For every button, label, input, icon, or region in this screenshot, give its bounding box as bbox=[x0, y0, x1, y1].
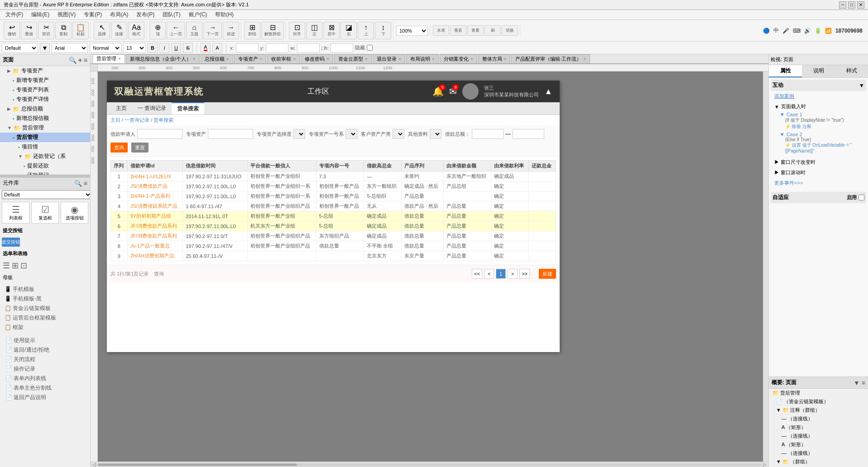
paste-btn[interactable]: 📋粘贴 bbox=[72, 22, 89, 39]
w-input[interactable] bbox=[297, 43, 320, 52]
menu-publish[interactable]: 发布(P) bbox=[133, 10, 158, 19]
tree-item-repay-folder[interactable]: ▼ 📁 还款登记（系 bbox=[0, 152, 90, 161]
align-left-btn[interactable]: ◫左 bbox=[306, 22, 322, 39]
adaptive-enable-checkbox[interactable] bbox=[858, 195, 864, 200]
canvas-area[interactable]: 双融运营框管理系统 工作区 🔔 5 ✉ 8 bbox=[98, 71, 763, 462]
pages-search-icon[interactable]: 🔍 bbox=[69, 57, 77, 64]
mother-ops[interactable]: 📋 运营后台框架模板 bbox=[3, 313, 87, 323]
filter-select-num[interactable] bbox=[345, 129, 357, 139]
message-btn[interactable]: ✉ 8 bbox=[449, 86, 457, 97]
tab-logout[interactable]: 退出登录 × bbox=[373, 54, 405, 63]
filter-input-borrower[interactable] bbox=[137, 129, 182, 139]
cell-id[interactable]: JS/消费借款系统产品 bbox=[127, 201, 183, 211]
tab-change-pwd-close[interactable]: × bbox=[326, 57, 329, 62]
table-inline[interactable]: 📄 表单内列表线 bbox=[4, 374, 86, 383]
prev-btn[interactable]: ←上一页 bbox=[167, 22, 185, 39]
text-style-select[interactable]: Normal bbox=[90, 43, 121, 53]
expand-btn[interactable]: ▲ bbox=[544, 87, 552, 96]
close-process[interactable]: 📄 关闭流程 bbox=[4, 355, 86, 364]
h-input[interactable] bbox=[331, 43, 353, 52]
text-color-btn[interactable]: A bbox=[201, 43, 211, 53]
italic-btn[interactable]: I bbox=[159, 43, 169, 53]
cut-btn[interactable]: ✂剪切 bbox=[38, 22, 54, 39]
tab-new-info[interactable]: 新增总报信息（企业/个人） × bbox=[126, 54, 200, 63]
cell-id[interactable]: Ju-1产品一般量总 bbox=[127, 241, 183, 251]
subnav-query[interactable]: 一 查询记录 bbox=[132, 103, 172, 114]
search-btn[interactable]: 查询 bbox=[110, 143, 128, 152]
tree-item-new-special[interactable]: ▪ 新增专项资产 bbox=[0, 76, 90, 85]
tree-item-post-loan-main[interactable]: ▪ 货后管理 bbox=[0, 133, 90, 142]
zoom-select[interactable]: 100%75%50%125% bbox=[396, 26, 428, 36]
cell-id[interactable]: 2H/4H-1-产品系列 bbox=[127, 191, 183, 201]
align-bottom-btn[interactable]: ↕下 bbox=[375, 22, 391, 39]
page-prev[interactable]: < bbox=[484, 269, 494, 279]
add-new-btn[interactable]: 新建 bbox=[539, 269, 556, 279]
ov-rect-1[interactable]: A （矩形） bbox=[769, 423, 868, 432]
component-radio[interactable]: ◉ 选项按钮 bbox=[61, 202, 88, 224]
home-btn[interactable]: ⌂主题 bbox=[186, 22, 202, 39]
bold-btn[interactable]: B bbox=[148, 43, 158, 53]
overview-filter-icon[interactable]: ▼ bbox=[854, 379, 860, 386]
close-btn[interactable]: ✕ bbox=[857, 1, 864, 9]
interaction-header[interactable]: 互动 ▼ bbox=[771, 80, 866, 91]
cell-id[interactable]: 2H/4H消费初期产品 bbox=[127, 251, 183, 261]
reset-btn[interactable]: 重置 bbox=[131, 143, 149, 152]
tab-total-report-close[interactable]: × bbox=[226, 57, 229, 62]
maximize-btn[interactable]: □ bbox=[848, 1, 855, 9]
menu-view[interactable]: 视图(V) bbox=[54, 10, 79, 19]
event-resize[interactable]: ▶ 窗口尺寸改变时 bbox=[771, 157, 866, 167]
ov-connector-1[interactable]: — （连接线） bbox=[769, 415, 868, 423]
next-btn[interactable]: →下一页 bbox=[203, 22, 222, 39]
add-case-link[interactable]: 添加案例 bbox=[774, 93, 794, 99]
tab-pre-review-close[interactable]: × bbox=[293, 57, 296, 62]
tree-item-special-list[interactable]: ▪ 专项资产列表 bbox=[0, 85, 90, 95]
tree-item-post-loan[interactable]: ▼ 📁 货后管理 bbox=[0, 123, 90, 133]
connect-btn[interactable]: ✎连接 bbox=[111, 22, 127, 39]
tree-item-repay-record[interactable]: ▪ 还款登记 bbox=[0, 171, 90, 175]
tab-overall[interactable]: 整体方局 × bbox=[478, 54, 511, 63]
group-btn[interactable]: ⊞群组 bbox=[244, 22, 260, 39]
ov-connector-2[interactable]: — （连接线） bbox=[769, 432, 868, 440]
menu-help[interactable]: 帮助(H) bbox=[211, 10, 237, 19]
component-menu-icon[interactable]: ≡ bbox=[84, 180, 87, 187]
adaptive-header[interactable]: 自适应 启用 bbox=[771, 192, 866, 203]
notification-btn[interactable]: 🔔 5 bbox=[432, 86, 444, 97]
tab-post-loan[interactable]: 货后管理 × bbox=[92, 54, 125, 63]
right-tab-style[interactable]: 样式 bbox=[835, 65, 868, 77]
use-tips[interactable]: 📄 使用提示 bbox=[4, 336, 86, 345]
return-product[interactable]: 📄 返回产品说明 bbox=[4, 393, 86, 402]
brush-btn[interactable]: 刷 bbox=[484, 25, 501, 36]
ov-connector-3[interactable]: — （连接线） bbox=[769, 449, 868, 457]
y-input[interactable] bbox=[266, 43, 288, 52]
menu-project[interactable]: 专案(P) bbox=[80, 10, 106, 19]
ov-rect-2[interactable]: A （矩形） bbox=[769, 440, 868, 449]
page-btn[interactable]: ⊕顶 bbox=[149, 22, 166, 39]
tab-logout-close[interactable]: × bbox=[398, 57, 401, 62]
tab-post-loan-close[interactable]: × bbox=[118, 56, 121, 61]
horizontal-scrollbar[interactable]: ◁▷ bbox=[91, 462, 768, 467]
tab-distribution[interactable]: 分销案变化 × bbox=[440, 54, 477, 63]
operation-log[interactable]: 📄 操作记录 bbox=[4, 364, 86, 374]
font-select[interactable]: Arial bbox=[52, 43, 88, 53]
view-btn[interactable]: 查看 bbox=[467, 25, 484, 36]
tab-total-report[interactable]: 总报信额 × bbox=[201, 54, 233, 63]
subnav-home[interactable]: 主页 bbox=[110, 103, 132, 114]
ov-fund-template[interactable]: 📄 （资金云链架模板） bbox=[769, 397, 868, 406]
right-tab-notes[interactable]: 说明 bbox=[802, 65, 835, 77]
bg-color-btn[interactable]: A bbox=[212, 43, 222, 53]
undo-btn[interactable]: ↩撤销 bbox=[4, 22, 20, 39]
cell-id[interactable]: JF/消费借款产品系列 bbox=[127, 221, 183, 231]
tab-product-config[interactable]: 产品配置评审（编辑·工作流） × bbox=[511, 54, 590, 63]
grid-icon[interactable]: ⊞ bbox=[12, 261, 19, 271]
tab-special-asset-close[interactable]: × bbox=[260, 57, 263, 62]
hidden-checkbox[interactable] bbox=[367, 45, 373, 51]
menu-edit[interactable]: 编辑(E) bbox=[28, 10, 53, 19]
tab-overall-close[interactable]: × bbox=[504, 57, 507, 62]
tree-item-project[interactable]: ▪ 项目情 bbox=[0, 142, 90, 152]
pages-menu-icon[interactable]: ≡ bbox=[84, 57, 87, 64]
tab-special-asset[interactable]: 专项资产 × bbox=[234, 54, 267, 63]
tree-item-special-assets[interactable]: ▶ 📁 专项资产 bbox=[0, 66, 90, 76]
ov-annotation-group[interactable]: ▼ 📁 注释（群组） bbox=[769, 406, 868, 415]
tab-layout-close[interactable]: × bbox=[432, 57, 435, 62]
cell-id[interactable]: JF/消费借款产品系列 bbox=[127, 231, 183, 241]
